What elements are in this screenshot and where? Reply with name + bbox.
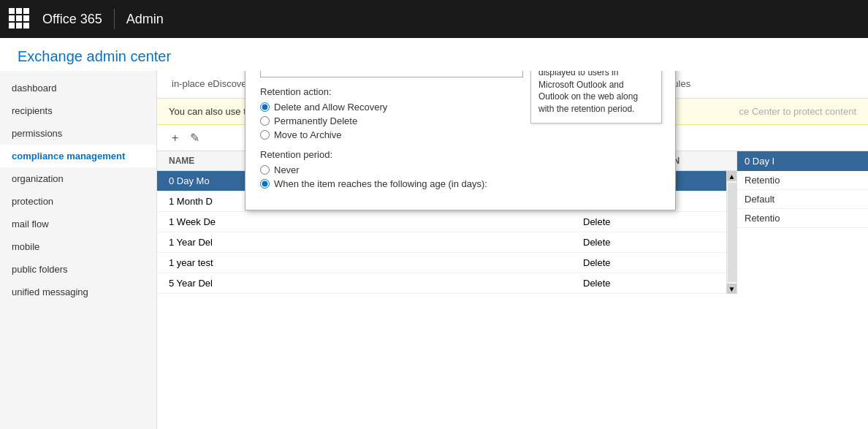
sidebar-item-mobile[interactable]: mobile [0, 235, 156, 258]
table-row[interactable]: 1 year test Delete [157, 253, 726, 273]
sidebar-item-dashboard[interactable]: dashboard [0, 77, 156, 99]
scroll-thumb[interactable] [728, 183, 736, 282]
row-action: Delete [583, 216, 715, 227]
radio-when-item-reaches-input[interactable] [260, 179, 270, 189]
page-container: Exchange admin center dashboard recipien… [0, 38, 868, 429]
radio-when-item-reaches-label: When the item reaches the following age … [274, 178, 487, 189]
row-name: 1 year test [169, 257, 583, 268]
row-action: Delete [583, 278, 715, 289]
admin-label: Admin [126, 12, 164, 27]
edit-button[interactable]: ✎ [187, 129, 202, 146]
radio-never-input[interactable] [260, 165, 270, 175]
sidebar-item-unified-messaging[interactable]: unified messaging [0, 281, 156, 303]
radio-never[interactable]: Never [260, 164, 660, 175]
radio-permanently-delete-input[interactable] [260, 116, 270, 126]
radio-move-to-archive-label: Move to Archive [274, 129, 342, 140]
row-name: 5 Year Del [169, 278, 583, 289]
table-row[interactable]: 5 Year Del Delete [157, 273, 726, 294]
right-panel: 0 Day I Retentio Default Retentio [736, 151, 868, 294]
sidebar-item-organization[interactable]: organization [0, 167, 156, 190]
radio-permanently-delete[interactable]: Permanently Delete [260, 115, 660, 126]
right-panel-item: Default [737, 190, 868, 209]
eac-title: Exchange admin center [0, 38, 868, 71]
radio-never-label: Never [274, 164, 300, 175]
warning-text-right: ce Center to protect content [739, 106, 856, 117]
scroll-down-button[interactable]: ▼ [727, 284, 737, 294]
right-panel-item: Retentio [737, 209, 868, 228]
warning-text-1: You can also use the [169, 106, 256, 117]
sidebar-item-protection[interactable]: protection [0, 190, 156, 213]
right-panel-header: 0 Day I [737, 151, 868, 171]
radio-delete-allow-recovery-label: Delete and Allow Recovery [274, 102, 387, 113]
radio-move-to-archive[interactable]: Move to Archive [260, 129, 660, 140]
retention-action-group: Retention action: Delete and Allow Recov… [260, 86, 660, 140]
browser-window: e new tag applied by users to ite... — □… [245, 71, 676, 210]
radio-move-to-archive-input[interactable] [260, 130, 270, 140]
main-content: in-place eDiscovery & hold auditing data… [157, 71, 868, 429]
sidebar-item-public-folders[interactable]: public folders [0, 258, 156, 281]
radio-permanently-delete-label: Permanently Delete [274, 115, 357, 126]
sidebar: dashboard recipients permissions complia… [0, 71, 157, 429]
name-input[interactable] [260, 71, 523, 77]
retention-period-group: Retention period: Never When the item re… [260, 149, 660, 189]
row-name: 1 Year Del [169, 237, 583, 248]
row-action: Delete [583, 237, 715, 248]
retention-period-label: Retention period: [260, 149, 660, 160]
radio-delete-allow-recovery[interactable]: Delete and Allow Recovery [260, 102, 660, 113]
retention-action-label: Retention action: [260, 86, 660, 97]
sidebar-item-mail-flow[interactable]: mail flow [0, 213, 156, 235]
radio-delete-allow-recovery-input[interactable] [260, 102, 270, 112]
sidebar-item-recipients[interactable]: recipients [0, 99, 156, 122]
row-action: Delete [583, 257, 715, 268]
content-area: dashboard recipients permissions complia… [0, 71, 868, 429]
row-name: 1 Week De [169, 216, 583, 227]
modal-form: new tag applied by users to items and fo… [245, 71, 675, 210]
sidebar-item-compliance-management[interactable]: compliance management [0, 145, 156, 167]
office365-title: Office 365 [42, 12, 102, 27]
scroll-bar[interactable]: ▲ ▼ [726, 171, 736, 294]
scroll-up-button[interactable]: ▲ [727, 171, 737, 181]
right-panel-item: Retentio [737, 171, 868, 190]
top-bar-divider [114, 9, 115, 29]
radio-when-item-reaches[interactable]: When the item reaches the following age … [260, 178, 660, 189]
table-row[interactable]: 1 Week De Delete [157, 212, 726, 232]
sidebar-item-permissions[interactable]: permissions [0, 122, 156, 145]
table-row[interactable]: 1 Year Del Delete [157, 232, 726, 253]
add-button[interactable]: + [169, 130, 181, 146]
name-form-group: *Name: Retention tag names are displayed… [260, 71, 660, 77]
waffle-icon[interactable] [9, 8, 31, 30]
top-bar: Office 365 Admin [0, 0, 868, 38]
